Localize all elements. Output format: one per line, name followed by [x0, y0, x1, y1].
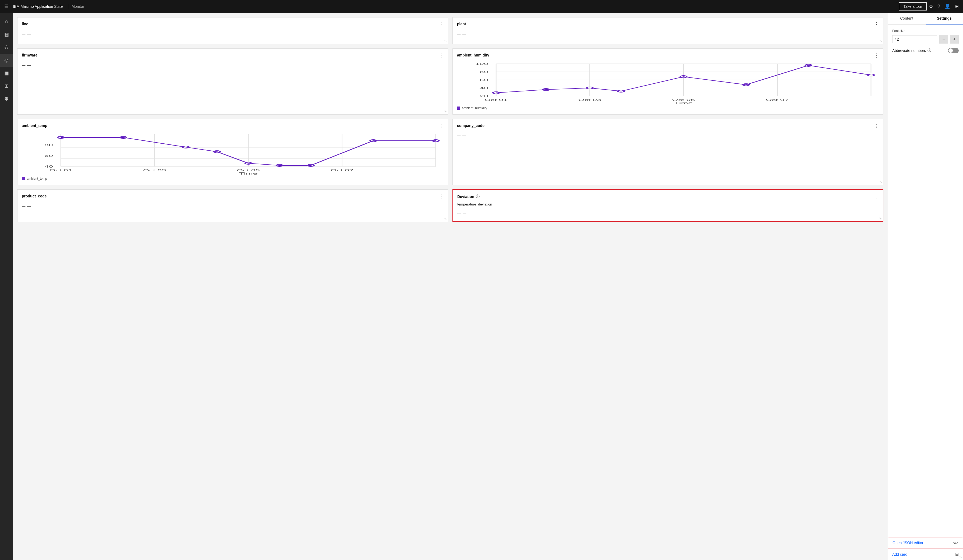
line-card: line ⋮ – – ⤡ — [17, 17, 448, 44]
module-name: Monitor — [71, 4, 84, 9]
help-icon[interactable]: ? — [937, 4, 940, 10]
legend-label-humidity: ambient_humidity — [462, 106, 487, 110]
svg-text:100: 100 — [475, 62, 488, 66]
abbreviate-label-text: Abbreviate numbers — [892, 49, 926, 53]
firmware-card-title: firmware — [22, 53, 37, 57]
ambient-temp-card: ambient_temp ⋮ — [17, 119, 448, 185]
plant-card-header: plant ⋮ — [457, 22, 879, 27]
abbreviate-info-icon[interactable]: ⓘ — [927, 48, 931, 53]
ambient-temp-chart: 40 60 80 Oct 01 Oct 03 Oct 05 Oct 07 — [22, 131, 444, 175]
product-code-card: product_code ⋮ – – ⤡ — [17, 189, 448, 222]
product-code-card-header: product_code ⋮ — [22, 194, 444, 199]
svg-text:Oct 05: Oct 05 — [672, 99, 695, 102]
deviation-menu[interactable]: ⋮ — [874, 194, 879, 199]
panel-bottom-actions: Open JSON editor </> Add card ⊞ — [888, 537, 963, 560]
product-code-menu[interactable]: ⋮ — [439, 194, 444, 199]
sidebar: ⌂ ▦ ⚇ ◎ ▣ ⊞ ⚉ — [0, 13, 13, 560]
tab-settings[interactable]: Settings — [926, 13, 963, 24]
line-card-resize-icon: ⤡ — [444, 39, 447, 43]
sidebar-item-devices[interactable]: ⊞ — [0, 79, 13, 92]
legend-label-temp: ambient_temp — [27, 177, 47, 180]
line-card-value: – – — [22, 30, 444, 37]
add-card-label: Add card — [892, 552, 907, 557]
company-code-card-header: company_code ⋮ — [457, 123, 879, 128]
abbreviate-numbers-row: Abbreviate numbers ⓘ — [892, 48, 959, 53]
panel-settings-content: Font size − + Abbreviate numbers ⓘ — [888, 25, 963, 537]
ambient-humidity-card: ambient_humidity ⋮ — [452, 49, 884, 115]
product-code-value: – – — [22, 202, 444, 210]
company-code-title: company_code — [457, 123, 485, 128]
svg-text:Time: Time — [674, 101, 693, 104]
product-code-title: product_code — [22, 194, 47, 198]
open-json-label: Open JSON editor — [893, 541, 923, 545]
deviation-title: Deviation — [457, 194, 474, 199]
firmware-card: firmware ⋮ – – ⤡ — [17, 49, 448, 115]
abbreviate-label: Abbreviate numbers ⓘ — [892, 48, 931, 53]
take-tour-button[interactable]: Take a tour — [899, 2, 927, 10]
line-card-header: line ⋮ — [22, 22, 444, 27]
deviation-subtitle: temperature_deviation — [457, 202, 879, 206]
settings-icon[interactable]: ⚙ — [929, 3, 933, 10]
plant-card: plant ⋮ – – ⤡ — [452, 17, 884, 44]
font-size-label: Font size — [892, 29, 959, 33]
firmware-card-menu[interactable]: ⋮ — [439, 53, 444, 58]
deviation-resize-icon: ⤡ — [879, 217, 882, 220]
svg-text:Oct 03: Oct 03 — [578, 99, 601, 102]
font-size-decrease-button[interactable]: − — [939, 35, 948, 44]
svg-text:60: 60 — [480, 79, 488, 82]
add-card-button[interactable]: Add card ⊞ — [888, 549, 963, 560]
user-icon[interactable]: 👤 — [944, 3, 950, 10]
nav-divider — [68, 4, 68, 9]
sidebar-item-home[interactable]: ⌂ — [0, 15, 13, 28]
sidebar-item-connect[interactable]: ⚇ — [0, 41, 13, 54]
company-code-resize-icon: ⤡ — [879, 180, 882, 184]
ambient-humidity-menu[interactable]: ⋮ — [874, 53, 879, 58]
main-layout: ⌂ ▦ ⚇ ◎ ▣ ⊞ ⚉ line ⋮ – – ⤡ plant ⋮ — [0, 13, 963, 560]
firmware-card-header: firmware ⋮ — [22, 53, 444, 58]
sidebar-item-dashboard[interactable]: ▦ — [0, 28, 13, 41]
svg-text:40: 40 — [44, 165, 53, 168]
ambient-temp-legend: ambient_temp — [22, 177, 444, 180]
suite-name: IBM Maximo Application Suite — [13, 4, 63, 9]
deviation-card-header: Deviation ⓘ ⋮ — [457, 194, 879, 199]
tab-content[interactable]: Content — [888, 13, 926, 24]
content-area: line ⋮ – – ⤡ plant ⋮ – – ⤡ firmware ⋮ — [13, 13, 888, 560]
deviation-info-icon[interactable]: ⓘ — [476, 194, 480, 199]
svg-text:Oct 07: Oct 07 — [766, 99, 789, 102]
ambient-temp-menu[interactable]: ⋮ — [439, 123, 444, 128]
open-json-editor-button[interactable]: Open JSON editor </> — [888, 537, 963, 549]
svg-text:Time: Time — [239, 172, 258, 175]
legend-color-temp — [22, 177, 25, 180]
sidebar-item-monitor[interactable]: ◎ — [0, 54, 13, 67]
firmware-card-value: – – — [22, 61, 444, 69]
line-card-title: line — [22, 22, 28, 26]
svg-text:20: 20 — [480, 95, 488, 98]
product-code-resize-icon: ⤡ — [444, 217, 447, 220]
plant-card-menu[interactable]: ⋮ — [874, 22, 879, 27]
plant-card-resize-icon: ⤡ — [879, 39, 882, 43]
dashboard-grid: line ⋮ – – ⤡ plant ⋮ – – ⤡ firmware ⋮ — [17, 17, 884, 222]
font-size-input[interactable] — [892, 35, 937, 43]
plant-card-value: – – — [457, 30, 879, 37]
svg-text:60: 60 — [44, 154, 53, 158]
ambient-temp-title: ambient_temp — [22, 123, 47, 128]
topnav-icons: ⚙ ? 👤 ⊞ — [929, 3, 959, 10]
line-card-menu[interactable]: ⋮ — [439, 22, 444, 27]
svg-text:40: 40 — [480, 87, 488, 90]
apps-icon[interactable]: ⊞ — [955, 3, 959, 10]
abbreviate-toggle[interactable] — [948, 48, 959, 53]
ambient-humidity-card-header: ambient_humidity ⋮ — [457, 53, 879, 58]
svg-text:Oct 01: Oct 01 — [49, 169, 72, 172]
font-size-control: − + — [892, 35, 959, 44]
legend-color-humidity — [457, 107, 460, 110]
plant-card-title: plant — [457, 22, 466, 26]
company-code-card: company_code ⋮ – – ⤡ — [452, 119, 884, 185]
ambient-humidity-chart: 20 40 60 80 100 Oct 01 Oct 03 Oct 05 Oct… — [457, 61, 879, 104]
font-size-increase-button[interactable]: + — [950, 35, 959, 44]
sidebar-item-users[interactable]: ⚉ — [0, 92, 13, 105]
hamburger-menu-icon[interactable]: ☰ — [4, 3, 9, 10]
top-navigation: ☰ IBM Maximo Application Suite Monitor T… — [0, 0, 963, 13]
deviation-card: Deviation ⓘ ⋮ temperature_deviation – – … — [452, 189, 884, 222]
sidebar-item-layout[interactable]: ▣ — [0, 67, 13, 79]
company-code-menu[interactable]: ⋮ — [874, 123, 879, 128]
